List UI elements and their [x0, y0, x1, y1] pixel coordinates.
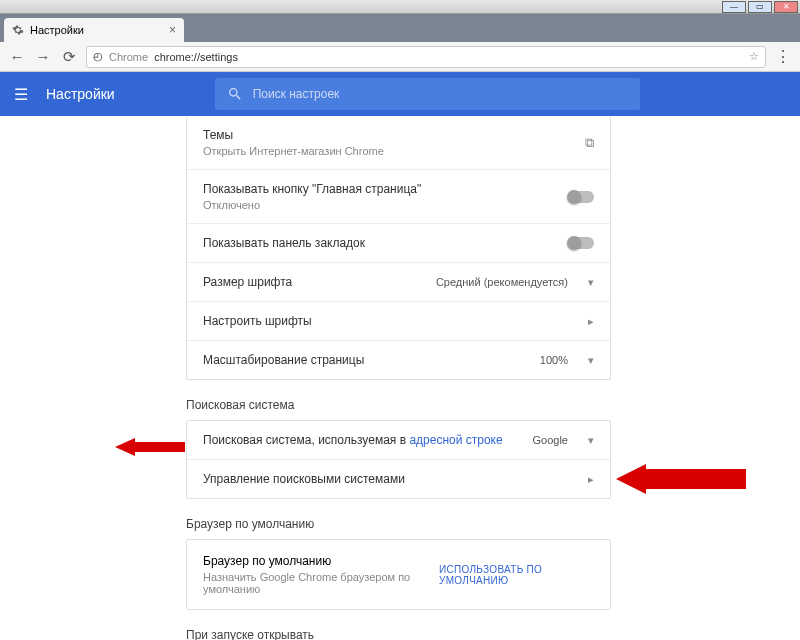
search-card: Поисковая система, используемая в адресн… — [186, 420, 611, 499]
home-button-sublabel: Отключено — [203, 199, 421, 211]
chevron-down-icon: ▾ — [588, 434, 594, 446]
page-title: Настройки — [46, 86, 115, 102]
font-size-label: Размер шрифта — [203, 275, 292, 289]
menu-icon[interactable]: ☰ — [14, 85, 34, 104]
customize-fonts-row[interactable]: Настроить шрифты ▸ — [187, 302, 610, 341]
default-browser-sublabel: Назначить Google Chrome браузером по умо… — [203, 571, 439, 595]
font-size-row[interactable]: Размер шрифта Средний (рекомендуется)▾ — [187, 263, 610, 302]
page-zoom-label: Масштабирование страницы — [203, 353, 364, 367]
make-default-button[interactable]: ИСПОЛЬЗОВАТЬ ПО УМОЛЧАНИЮ — [439, 564, 594, 586]
default-browser-section-title: Браузер по умолчанию — [186, 517, 611, 531]
browser-tab-settings[interactable]: Настройки × — [4, 18, 184, 42]
page-zoom-row[interactable]: Масштабирование страницы 100%▾ — [187, 341, 610, 379]
search-section-title: Поисковая система — [186, 398, 611, 412]
home-button-row: Показывать кнопку "Главная страница" Отк… — [187, 170, 610, 224]
address-bar: ← → ⟳ ◴ Chrome chrome://settings ☆ ⋮ — [0, 42, 800, 72]
window-maximize[interactable]: ▭ — [748, 1, 772, 13]
back-button[interactable]: ← — [8, 48, 26, 66]
search-engine-row[interactable]: Поисковая система, используемая в адресн… — [187, 421, 610, 460]
omnibox-url: chrome://settings — [154, 51, 238, 63]
manage-engines-label: Управление поисковыми системами — [203, 472, 405, 486]
chrome-icon: ◴ — [93, 50, 103, 63]
omnibox-protocol: Chrome — [109, 51, 148, 63]
appearance-card: Темы Открыть Интернет-магазин Chrome ⧉ П… — [186, 116, 611, 380]
home-button-label: Показывать кнопку "Главная страница" — [203, 182, 421, 196]
tab-close-icon[interactable]: × — [169, 23, 176, 37]
browser-menu-icon[interactable]: ⋮ — [774, 47, 792, 66]
settings-scroll[interactable]: Темы Открыть Интернет-магазин Chrome ⧉ П… — [0, 116, 800, 640]
chevron-down-icon: ▾ — [588, 354, 594, 366]
themes-label: Темы — [203, 128, 384, 142]
manage-engines-row[interactable]: Управление поисковыми системами ▸ — [187, 460, 610, 498]
page-zoom-value: 100% — [540, 354, 568, 366]
search-input[interactable] — [253, 87, 628, 101]
customize-fonts-label: Настроить шрифты — [203, 314, 312, 328]
address-bar-link[interactable]: адресной строке — [409, 433, 502, 447]
themes-sublabel: Открыть Интернет-магазин Chrome — [203, 145, 384, 157]
tab-title: Настройки — [30, 24, 84, 36]
settings-header: ☰ Настройки — [0, 72, 800, 116]
default-browser-label: Браузер по умолчанию — [203, 554, 439, 568]
bookmarks-bar-toggle[interactable] — [568, 237, 594, 249]
default-browser-card: Браузер по умолчанию Назначить Google Ch… — [186, 539, 611, 610]
external-link-icon: ⧉ — [585, 135, 594, 151]
window-minimize[interactable]: — — [722, 1, 746, 13]
chevron-down-icon: ▾ — [588, 276, 594, 288]
settings-search[interactable] — [215, 78, 640, 110]
reload-button[interactable]: ⟳ — [60, 48, 78, 66]
tab-strip: Настройки × — [0, 14, 800, 42]
content-area: ☰ Настройки Темы Открыть Интернет-магази… — [0, 72, 800, 640]
chevron-right-icon: ▸ — [588, 473, 594, 486]
search-icon — [227, 86, 243, 102]
home-button-toggle[interactable] — [568, 191, 594, 203]
themes-row[interactable]: Темы Открыть Интернет-магазин Chrome ⧉ — [187, 116, 610, 170]
search-engine-label: Поисковая система, используемая в адресн… — [203, 433, 503, 447]
bookmark-star-icon[interactable]: ☆ — [749, 50, 759, 63]
window-titlebar: — ▭ ✕ — [0, 0, 800, 14]
default-browser-row: Браузер по умолчанию Назначить Google Ch… — [187, 540, 610, 609]
gear-icon — [12, 24, 24, 36]
window-close[interactable]: ✕ — [774, 1, 798, 13]
omnibox[interactable]: ◴ Chrome chrome://settings ☆ — [86, 46, 766, 68]
startup-section-title: При запуске открывать — [186, 628, 611, 640]
bookmarks-bar-row: Показывать панель закладок — [187, 224, 610, 263]
chevron-right-icon: ▸ — [588, 315, 594, 328]
font-size-value: Средний (рекомендуется) — [436, 276, 568, 288]
search-engine-value: Google — [533, 434, 568, 446]
forward-button[interactable]: → — [34, 48, 52, 66]
bookmarks-bar-label: Показывать панель закладок — [203, 236, 365, 250]
